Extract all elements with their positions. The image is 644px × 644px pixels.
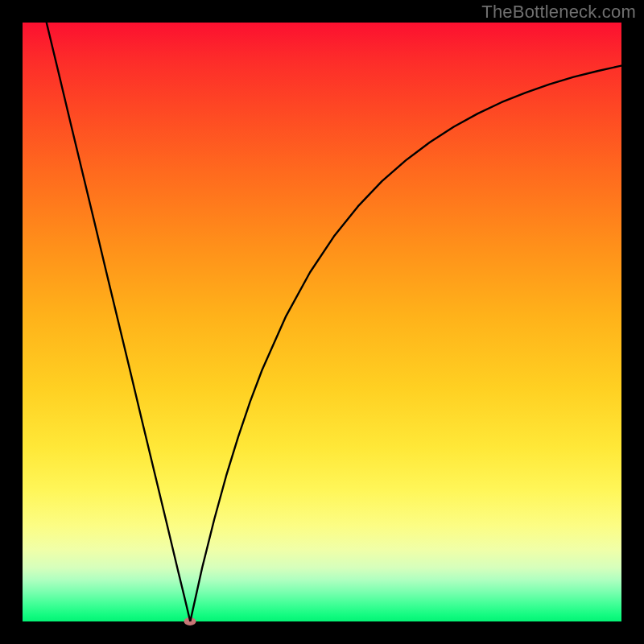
chart-frame: TheBottleneck.com [0, 0, 644, 644]
curve-path [47, 23, 621, 621]
bottleneck-curve [23, 23, 621, 621]
plot-area [23, 23, 621, 621]
watermark-text: TheBottleneck.com [481, 2, 636, 23]
